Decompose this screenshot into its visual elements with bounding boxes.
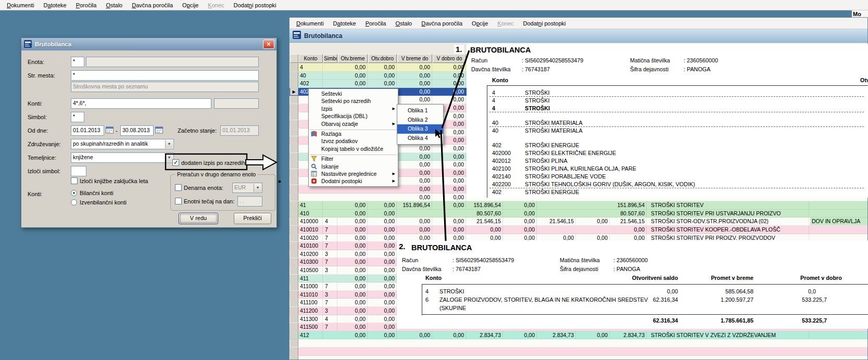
table-row-412[interactable]: 4120,000,000,000,002.834,730,002.834,730… (290, 331, 868, 340)
row-selector (290, 339, 298, 347)
context-menu-item-se-tevki[interactable]: Seštevki (309, 90, 398, 97)
submenu-item-oblika-2[interactable]: Oblika 2 (397, 115, 443, 125)
cell-konto: 410300 (298, 258, 323, 266)
menubar-item-konec[interactable]: Konec (493, 18, 518, 29)
izloci-simbol-label: Izloči simbol: (28, 168, 60, 174)
row-selector (290, 201, 298, 209)
dropdown-arrow-icon[interactable]: ▼ (165, 140, 173, 148)
column-header-otv-breme[interactable]: Otv.breme (338, 54, 368, 63)
cell-simbol: 7 (323, 226, 337, 234)
colon: : (452, 257, 454, 263)
menubar-item-konec[interactable]: Konec (203, 0, 229, 10)
konti-input[interactable]: 4*,6*, (71, 98, 211, 109)
context-menu-item-obarvaj-ozadje[interactable]: Obarvaj ozadje▶ (309, 120, 398, 127)
column-header-simbol[interactable]: Simbol (323, 54, 337, 63)
izvenbilancni-label: Izvenbilančni konti (80, 199, 127, 205)
row-selector (290, 96, 298, 104)
context-menu-item-se-tevki-po-razredih[interactable]: Seštevki po razredih (309, 97, 398, 105)
calendar-icon[interactable] (155, 126, 163, 135)
context-menu-item-kopiraj-tabelo-v-odlo-i-e[interactable]: Kopiraj tabelo v odložišče (309, 145, 398, 152)
cell-amount: 0,00 (368, 234, 397, 242)
report-konto: 402012 (492, 158, 522, 164)
context-menu-item-razlaga[interactable]: Razlaga (309, 130, 398, 137)
cell-simbol: 7 (323, 282, 337, 290)
denarna-checkbox[interactable] (175, 184, 182, 191)
dropdown-arrow-icon[interactable]: ▼ (165, 153, 173, 162)
date-to-input[interactable]: 30.08.2013 (120, 125, 154, 136)
cell-amount: 21.546,15 (611, 217, 647, 225)
cell-amount: 0,00 (368, 72, 397, 80)
cell-amount: 0,00 (338, 242, 368, 250)
menubar-item-dokumenti[interactable]: Dokumenti (292, 18, 329, 29)
str-mesta-hint-field: Stroškovna mesta po seznamu (71, 82, 259, 92)
table-row-410010[interactable]: 41001070,000,000,000,000,000,000,00STROŠ… (290, 226, 868, 234)
context-menu-item-iskanje[interactable]: Iskanje (309, 163, 398, 170)
row-selector (290, 234, 298, 242)
ok-button[interactable]: V redu (179, 213, 218, 224)
cell-konto: 412 (298, 331, 323, 339)
table-row-36[interactable] (290, 356, 868, 360)
red-icon (311, 178, 318, 184)
menubar-item-opcije[interactable]: Opcije (467, 18, 493, 29)
menubar-item-datoteke[interactable]: Datoteke (39, 0, 71, 10)
column-header-konto[interactable]: Konto (298, 54, 323, 63)
column-header-v-dobro-do[interactable]: V dobro do (433, 54, 466, 63)
menubar-item-poro-ila[interactable]: Poročila (71, 0, 102, 10)
close-button[interactable]: × (263, 40, 274, 49)
menubar-item-dodatni-postopki[interactable]: Dodatni postopki (519, 18, 571, 29)
menubar-item-opcije[interactable]: Opcije (178, 0, 203, 10)
table-row-34[interactable] (290, 339, 868, 348)
cell-amount: 0,00 (338, 299, 368, 306)
date-from-input[interactable]: 01.01.2013 (71, 125, 104, 136)
submenu-item-oblika-3[interactable]: Oblika 3 (397, 124, 443, 134)
table-row-35[interactable] (290, 348, 868, 356)
bilancni-radio[interactable] (71, 190, 77, 196)
context-menu-item-izpis[interactable]: Izpis▶ (309, 105, 398, 112)
dashed-divider (489, 112, 864, 112)
table-row-410000[interactable]: 41000040,000,000,000,0021.546,150,0021.5… (290, 217, 868, 226)
col-header-saldo: Otvoritveni saldo (600, 275, 678, 281)
enota-input[interactable]: * (71, 57, 84, 67)
denarna-select[interactable]: EUR▼ (232, 183, 262, 193)
menubar-item-dokumenti[interactable]: Dokumenti (2, 0, 39, 10)
izloci-knjizbe-checkbox[interactable] (71, 177, 78, 184)
menubar-item-poro-ila[interactable]: Poročila (361, 18, 391, 29)
enotni-checkbox[interactable] (175, 198, 182, 204)
context-menu-item-dodatni-postopki[interactable]: Dodatni postopki▶ (309, 177, 398, 185)
cancel-button[interactable]: Prekliči (234, 213, 271, 224)
dialog-title-bar[interactable]: Brutobilanca × (21, 38, 276, 50)
submenu-item-oblika-1[interactable]: Oblika 1 (397, 106, 443, 115)
izloci-simbol-input[interactable] (71, 166, 86, 176)
context-menu-item-izvoz-podatkov[interactable]: Izvoz podatkov (309, 137, 398, 145)
column-header-otv-dobro[interactable]: Otv.dobro (368, 54, 397, 63)
dodaten-izpis-checkbox[interactable]: ✓ (172, 159, 179, 166)
menubar-item-datoteke[interactable]: Datoteke (329, 18, 361, 29)
cell-amount: 0,00 (338, 266, 368, 274)
menubar-item-ostalo[interactable]: Ostalo (391, 18, 417, 29)
temeljnice-select[interactable]: knjižene▼ (71, 152, 174, 163)
menu-item-label: Nastavitve preglednice (321, 171, 376, 177)
menu-item-label: Seštevki (321, 91, 342, 97)
context-menu-item-nastavitve-preglednice[interactable]: Nastavitve preglednice▶ (309, 170, 398, 177)
table-row-41[interactable]: 410,000,00151.896,540,00151.896,540,0015… (290, 201, 868, 210)
window-menubar: DokumentiDatotekePoročilaOstaloDavčna po… (290, 18, 867, 29)
context-menu-item-specifikacija-dbl[interactable]: Specifikacija (DBL) (309, 112, 398, 120)
menubar-item-dav-na-poro-ila[interactable]: Davčna poročila (127, 0, 178, 10)
menubar-item-ostalo[interactable]: Ostalo (101, 0, 127, 10)
simbol-input[interactable]: * (71, 112, 84, 122)
menubar-item-dodatni-postopki[interactable]: Dodatni postopki (229, 0, 281, 10)
column-header-v-breme-do[interactable]: V breme do (397, 54, 432, 63)
calendar-icon[interactable] (106, 126, 114, 135)
submenu-item-oblika-4[interactable]: Oblika 4 (397, 134, 443, 143)
izvenbilancni-radio[interactable] (71, 199, 77, 205)
window-title-bar[interactable]: Brutobilanca (290, 29, 867, 43)
table-row-410[interactable]: 4100,000,0080.507,600,0080.507,60STROŠKI… (290, 210, 868, 218)
zdruzevanje-select[interactable]: po skupinah/razredih in analitik▼ (71, 139, 174, 149)
menubar-item-dav-na-poro-ila[interactable]: Davčna poročila (417, 18, 467, 29)
dodaten-izpis-label: dodaten izpis po razredih (181, 160, 245, 166)
str-mesta-input[interactable]: * (71, 70, 259, 81)
cell-amount: 0,00 (397, 80, 432, 87)
cell-amount: 0,00 (397, 145, 432, 152)
context-menu-item-filter[interactable]: Filter (309, 155, 398, 162)
konti-group-label: Konti: (28, 191, 42, 197)
